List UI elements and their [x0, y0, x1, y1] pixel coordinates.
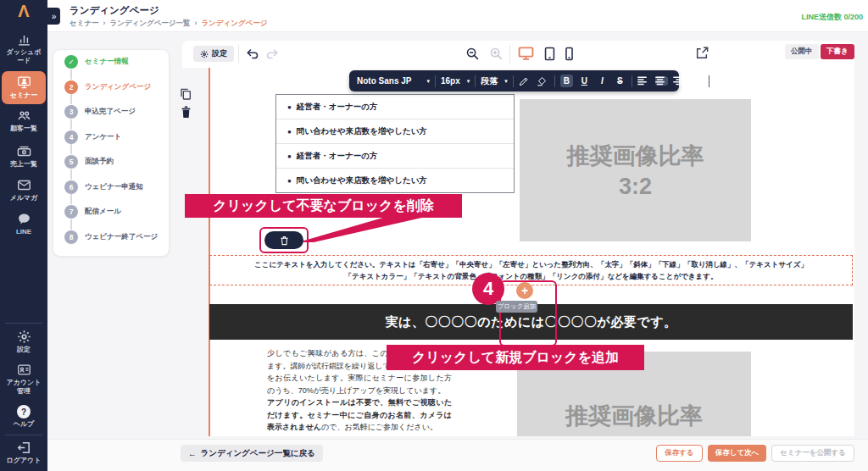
sidebar-item-line[interactable]: LINE	[2, 212, 46, 236]
placeholder-title: 推奨画像比率	[567, 141, 704, 171]
back-to-list-button[interactable]: ← ランディングページ一覧に戻る	[181, 445, 323, 462]
sidebar-item-sales[interactable]: 売上一覧	[2, 144, 46, 169]
bullet-icon: ●	[287, 152, 292, 160]
zoom-in-button[interactable]	[489, 47, 504, 61]
step-item-survey[interactable]: 4 アンケート	[64, 130, 121, 144]
add-block-button[interactable]: +	[516, 282, 533, 299]
sidebar-item-label: LINE	[3, 228, 44, 236]
step-number: 6	[64, 180, 78, 194]
bg-color-button[interactable]	[537, 76, 549, 86]
sidebar-item-help[interactable]: ? ヘルプ	[2, 405, 46, 429]
divider	[5, 323, 42, 324]
block-type-select[interactable]: 段落 ▾	[481, 75, 508, 87]
publish-seminar-button[interactable]: セミナーを公開する	[771, 445, 854, 462]
font-family-select[interactable]: Noto Sans JP ▾	[357, 76, 430, 86]
save-button[interactable]: 保存する	[656, 445, 702, 462]
footer-actions: 保存する 保存して次へ セミナーを公開する	[656, 445, 854, 462]
step-label: ウェビナー申通知	[85, 182, 143, 192]
back-label: ランディングページ一覧に戻る	[201, 448, 315, 459]
image-placeholder[interactable]: 推奨画像比率 3:2	[520, 99, 751, 241]
app-logo[interactable]: Λ	[0, 2, 47, 21]
italic-button[interactable]: I	[596, 75, 609, 87]
sidebar-item-mailmag[interactable]: メルマガ	[2, 178, 46, 202]
font-family-value: Noto Sans JP	[357, 76, 411, 86]
delete-block-icon[interactable]	[181, 106, 192, 119]
step-item-seminar-info[interactable]: ✓ セミナー情報	[64, 55, 129, 69]
sidebar-item-seminar[interactable]: セミナー	[2, 71, 46, 104]
desktop-preview-button[interactable]	[518, 46, 534, 62]
chevron-down-icon: ▾	[467, 78, 470, 85]
redo-button[interactable]	[265, 48, 278, 59]
placeholder-title: 推奨画像比率	[565, 401, 703, 436]
save-and-next-button[interactable]: 保存して次へ	[708, 445, 767, 462]
id-card-icon	[17, 363, 31, 377]
seminar-icon	[17, 75, 31, 90]
mobile-preview-button[interactable]	[562, 47, 576, 61]
sidebar-item-label: 設定	[3, 346, 44, 354]
breadcrumb-item-lp-list[interactable]: ランディングページ一覧	[109, 19, 190, 29]
divider	[435, 75, 436, 87]
step-item-landing-page[interactable]: 2 ランディングページ	[64, 80, 151, 94]
align-left-button[interactable]	[637, 76, 650, 86]
step-label: アンケート	[85, 132, 121, 142]
list-item[interactable]: ● 経営者・オーナーの方	[276, 95, 514, 119]
list-item[interactable]: ● 経営者・オーナーの方	[276, 143, 514, 168]
step-number: 5	[64, 155, 78, 169]
sales-icon	[17, 144, 31, 158]
divider	[632, 75, 632, 87]
sidebar-item-customers[interactable]: 顧客一覧	[2, 108, 46, 133]
bold-button[interactable]: B	[560, 75, 573, 87]
align-right-button[interactable]	[673, 76, 686, 86]
breadcrumb: セミナー › ランディングページ一覧 › ランディングページ	[70, 19, 267, 29]
logout-icon	[17, 441, 31, 455]
step-label: 面談予約	[85, 157, 114, 167]
underline-button[interactable]: U	[578, 75, 591, 87]
align-center-button[interactable]	[655, 76, 668, 86]
body-paragraph[interactable]: アプリのインストールは不要で、無料でご視聴いただけます。セミナー中にご自身のお名…	[267, 396, 452, 434]
step-connector	[70, 194, 72, 204]
sidebar-item-label: アカウント管理	[3, 379, 44, 395]
tablet-preview-button[interactable]	[542, 47, 557, 61]
link-button[interactable]	[715, 76, 727, 86]
callout-pointer	[288, 216, 441, 245]
published-status-button[interactable]: 公開中	[785, 44, 819, 59]
step-item-complete-page[interactable]: 3 申込完了ページ	[64, 105, 136, 119]
settings-button[interactable]: 設定	[193, 46, 234, 62]
sidebar-item-dashboard[interactable]: ダッシュボード	[2, 32, 46, 64]
align-justify-button[interactable]	[691, 76, 704, 86]
list-item-text: 問い合わせや来店数を増やしたい方	[297, 126, 427, 137]
sidebar-item-logout[interactable]: ログアウト	[2, 441, 46, 465]
font-size-select[interactable]: 16px ▾	[441, 76, 470, 86]
step-item-delivery-mail[interactable]: 7 配信メール	[64, 205, 121, 219]
paragraph-text: ので、お気軽にご参加ください。	[321, 423, 437, 431]
list-item[interactable]: ● 問い合わせや来店数を増やしたい方	[276, 168, 514, 192]
sidebar-item-label: ログアウト	[3, 457, 44, 465]
text-color-button[interactable]	[519, 76, 531, 86]
benefit-list-block: ● 経営者・オーナーの方 ● 問い合わせや来店数を増やしたい方 ● 経営者・オー…	[275, 94, 515, 193]
zoom-out-button[interactable]	[465, 47, 480, 61]
sidebar-item-settings[interactable]: 設定	[2, 330, 46, 354]
copy-block-icon[interactable]	[179, 87, 192, 101]
settings-label: 設定	[212, 48, 227, 59]
draft-status-button[interactable]: 下書き	[821, 44, 854, 59]
list-item[interactable]: ● 問い合わせや来店数を増やしたい方	[276, 119, 514, 143]
undo-button[interactable]	[247, 48, 259, 59]
divider	[475, 75, 476, 87]
sidebar-collapse-toggle[interactable]: »	[47, 8, 60, 25]
divider	[5, 435, 42, 435]
delete-block-button[interactable]	[264, 231, 303, 249]
sidebar-item-account[interactable]: アカウント管理	[2, 363, 46, 395]
step-item-webinar-end[interactable]: 8 ウェビナー終了ページ	[64, 230, 158, 244]
step-item-webinar-notice[interactable]: 6 ウェビナー申通知	[64, 180, 143, 194]
step-number: 8	[64, 230, 78, 244]
step-item-interview[interactable]: 5 面談予約	[64, 155, 114, 169]
breadcrumb-item-seminar[interactable]: セミナー	[70, 19, 99, 29]
strikethrough-button[interactable]: S	[614, 75, 626, 87]
trash-icon	[280, 236, 289, 246]
add-callout-banner: クリックして新規ブロックを追加	[387, 345, 644, 370]
list-item-text: 経営者・オーナーの方	[297, 151, 378, 162]
sidebar-item-label: ヘルプ	[3, 420, 44, 429]
divider	[554, 75, 555, 87]
external-link-icon[interactable]	[695, 47, 709, 60]
step-label: ランディングページ	[85, 82, 151, 92]
